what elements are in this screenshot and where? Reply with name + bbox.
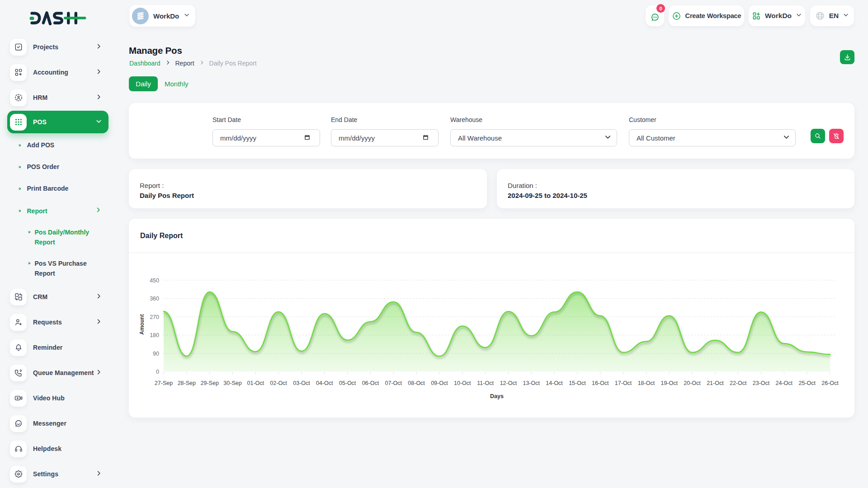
svg-text:09-Oct: 09-Oct	[431, 380, 448, 386]
svg-text:23-Oct: 23-Oct	[753, 380, 770, 386]
svg-text:24-Oct: 24-Oct	[776, 380, 793, 386]
svg-text:360: 360	[150, 296, 159, 302]
svg-text:25-Oct: 25-Oct	[798, 380, 816, 386]
svg-text:21-Oct: 21-Oct	[707, 380, 724, 386]
svg-text:03-Oct: 03-Oct	[293, 380, 310, 386]
svg-text:26-Oct: 26-Oct	[821, 380, 839, 386]
svg-text:10-Oct: 10-Oct	[454, 380, 471, 386]
svg-text:180: 180	[150, 332, 159, 338]
svg-text:11-Oct: 11-Oct	[477, 380, 494, 386]
svg-text:18-Oct: 18-Oct	[638, 380, 655, 386]
svg-text:30-Sep: 30-Sep	[223, 380, 241, 386]
svg-text:27-Sep: 27-Sep	[155, 380, 173, 386]
svg-text:08-Oct: 08-Oct	[408, 380, 425, 386]
svg-text:29-Sep: 29-Sep	[201, 380, 219, 386]
svg-text:20-Oct: 20-Oct	[684, 380, 701, 386]
svg-text:07-Oct: 07-Oct	[385, 380, 402, 386]
svg-text:19-Oct: 19-Oct	[660, 380, 678, 386]
svg-text:05-Oct: 05-Oct	[339, 380, 356, 386]
svg-text:270: 270	[150, 314, 159, 320]
svg-text:06-Oct: 06-Oct	[362, 380, 379, 386]
svg-text:16-Oct: 16-Oct	[592, 380, 609, 386]
svg-text:04-Oct: 04-Oct	[316, 380, 333, 386]
svg-text:01-Oct: 01-Oct	[247, 380, 264, 386]
svg-text:14-Oct: 14-Oct	[546, 380, 563, 386]
svg-text:12-Oct: 12-Oct	[500, 380, 517, 386]
svg-text:90: 90	[153, 351, 159, 357]
svg-text:450: 450	[150, 277, 159, 284]
svg-text:15-Oct: 15-Oct	[569, 380, 586, 386]
svg-text:Days: Days	[490, 393, 504, 399]
svg-text:02-Oct: 02-Oct	[270, 380, 287, 386]
svg-text:Amount: Amount	[139, 314, 145, 334]
svg-text:22-Oct: 22-Oct	[730, 380, 747, 386]
svg-text:13-Oct: 13-Oct	[523, 380, 540, 386]
svg-text:0: 0	[156, 369, 159, 375]
svg-text:28-Sep: 28-Sep	[178, 380, 196, 386]
svg-text:17-Oct: 17-Oct	[615, 380, 632, 386]
